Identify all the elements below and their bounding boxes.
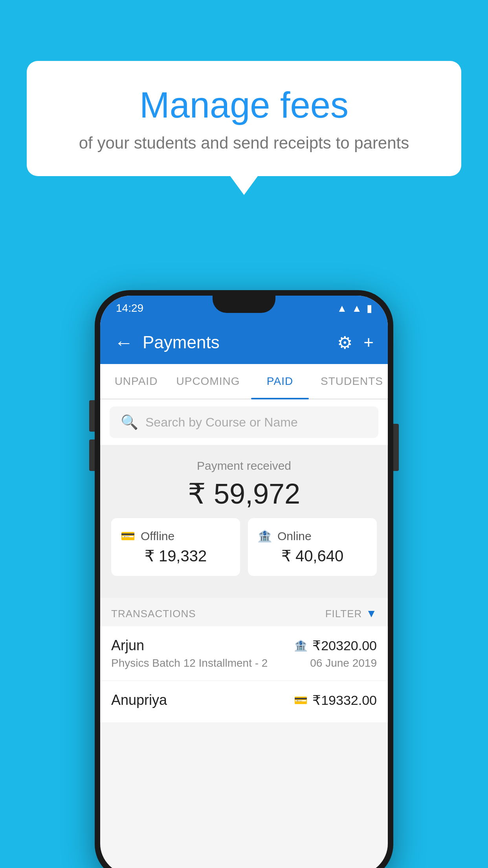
transactions-header: TRANSACTIONS FILTER ▼ <box>100 598 388 626</box>
speech-bubble-container: Manage fees of your students and send re… <box>27 61 461 176</box>
offline-label: Offline <box>141 530 174 543</box>
tabs-container: UNPAID UPCOMING PAID STUDENTS <box>100 364 388 399</box>
payment-summary: Payment received ₹ 59,972 💳 Offline ₹ 19… <box>100 445 388 598</box>
search-input[interactable]: Search by Course or Name <box>145 415 298 430</box>
filter-label: FILTER <box>325 608 362 620</box>
transaction-name: Arjun <box>111 637 144 654</box>
transaction-row-top: Anupriya 💳 ₹19332.00 <box>111 692 377 708</box>
tab-upcoming[interactable]: UPCOMING <box>172 364 244 399</box>
battery-icon: ▮ <box>367 302 372 314</box>
phone-notch <box>213 296 275 313</box>
app-bar-title: Payments <box>143 333 328 352</box>
filter-icon: ▼ <box>366 607 377 620</box>
filter-button[interactable]: FILTER ▼ <box>325 607 377 620</box>
transaction-amount: ₹20320.00 <box>312 638 377 653</box>
table-row[interactable]: Arjun 🏦 ₹20320.00 Physics Batch 12 Insta… <box>100 626 388 681</box>
add-icon[interactable]: + <box>363 333 374 352</box>
transaction-course: Physics Batch 12 Installment - 2 <box>111 657 268 669</box>
bubble-title: Manage fees <box>58 85 430 126</box>
tab-unpaid[interactable]: UNPAID <box>100 364 172 399</box>
search-icon: 🔍 <box>121 414 138 430</box>
tab-paid[interactable]: PAID <box>244 364 316 399</box>
transaction-amount: ₹19332.00 <box>312 692 377 708</box>
online-card-header: 🏦 Online <box>257 529 367 543</box>
offline-card-header: 💳 Offline <box>121 529 231 543</box>
payment-received-label: Payment received <box>100 459 388 473</box>
online-amount: ₹ 40,640 <box>257 547 367 565</box>
wifi-icon: ▲ <box>337 302 347 314</box>
status-time: 14:29 <box>116 302 143 314</box>
payment-total-amount: ₹ 59,972 <box>100 477 388 510</box>
volume-down-button[interactable] <box>89 440 95 471</box>
transaction-right: 💳 ₹19332.00 <box>294 692 377 708</box>
search-bar[interactable]: 🔍 Search by Course or Name <box>110 406 378 438</box>
phone-frame: 14:29 ▲ ▲ ▮ ← Payments ⚙ + UNPAID <box>95 290 393 868</box>
transaction-row-top: Arjun 🏦 ₹20320.00 <box>111 637 377 654</box>
transaction-date: 06 June 2019 <box>310 657 377 669</box>
status-icons: ▲ ▲ ▮ <box>337 302 372 314</box>
online-label: Online <box>277 530 312 543</box>
signal-icon: ▲ <box>352 302 362 314</box>
transaction-row-bottom: Physics Batch 12 Installment - 2 06 June… <box>111 657 377 669</box>
app-bar-actions: ⚙ + <box>337 333 374 353</box>
bubble-subtitle: of your students and send receipts to pa… <box>58 134 430 153</box>
phone-screen: 14:29 ▲ ▲ ▮ ← Payments ⚙ + UNPAID <box>100 296 388 868</box>
online-icon: 🏦 <box>257 529 272 543</box>
payment-cards: 💳 Offline ₹ 19,332 🏦 Online ₹ 40,640 <box>100 510 388 587</box>
tab-students[interactable]: STUDENTS <box>316 364 388 399</box>
volume-up-button[interactable] <box>89 400 95 432</box>
power-button[interactable] <box>393 424 399 471</box>
offline-amount: ₹ 19,332 <box>121 547 231 565</box>
search-container: 🔍 Search by Course or Name <box>100 399 388 445</box>
back-button[interactable]: ← <box>114 332 133 353</box>
transactions-label: TRANSACTIONS <box>111 608 196 620</box>
transaction-right: 🏦 ₹20320.00 <box>294 638 377 653</box>
app-bar: ← Payments ⚙ + <box>100 321 388 364</box>
table-row[interactable]: Anupriya 💳 ₹19332.00 <box>100 681 388 723</box>
payment-type-icon: 💳 <box>294 694 308 707</box>
online-card: 🏦 Online ₹ 40,640 <box>248 518 377 576</box>
settings-icon[interactable]: ⚙ <box>337 333 352 353</box>
speech-bubble: Manage fees of your students and send re… <box>27 61 461 176</box>
offline-card: 💳 Offline ₹ 19,332 <box>111 518 240 576</box>
payment-type-icon: 🏦 <box>294 639 308 652</box>
transaction-name: Anupriya <box>111 692 167 708</box>
offline-icon: 💳 <box>121 529 135 543</box>
